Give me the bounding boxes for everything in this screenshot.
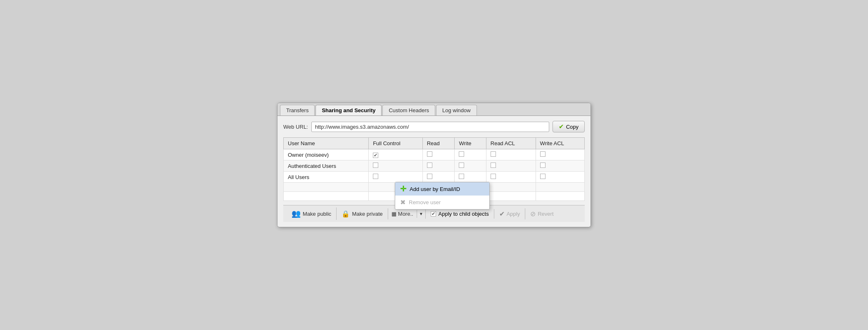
table-row[interactable]: All Users bbox=[284, 172, 585, 183]
more-dropdown-arrow[interactable]: ▼ bbox=[417, 210, 425, 218]
row-write[interactable] bbox=[455, 160, 486, 172]
url-row: Web URL: ✔ Copy bbox=[283, 121, 585, 132]
revert-label: Revert bbox=[538, 211, 553, 217]
col-header-full-control: Full Control bbox=[369, 138, 423, 149]
checkbox-write-acl[interactable] bbox=[540, 163, 545, 168]
apply-label: Apply bbox=[507, 211, 520, 217]
context-menu-add-user[interactable]: ✛ Add user by Email/ID bbox=[395, 182, 489, 196]
row-write[interactable] bbox=[455, 172, 486, 183]
table-row[interactable]: Owner (moiseev) ✔ bbox=[284, 149, 585, 160]
more-button-group: ▦ More.. ▼ bbox=[388, 209, 426, 219]
copy-button[interactable]: ✔ Copy bbox=[553, 121, 585, 132]
tab-content: Web URL: ✔ Copy User Name Full Control R… bbox=[277, 116, 591, 227]
context-menu: ✛ Add user by Email/ID ✖ Remove user bbox=[395, 182, 490, 210]
revert-button: ⊘ Revert bbox=[525, 208, 558, 219]
more-icon: ▦ bbox=[391, 211, 396, 217]
row-read-acl[interactable] bbox=[486, 160, 536, 172]
remove-user-icon: ✖ bbox=[400, 198, 406, 206]
more-main-button[interactable]: ▦ More.. bbox=[388, 209, 417, 219]
row-read[interactable] bbox=[422, 149, 455, 160]
row-read-acl[interactable] bbox=[486, 172, 536, 183]
context-menu-remove-user: ✖ Remove user bbox=[395, 196, 489, 209]
add-user-icon: ✛ bbox=[400, 185, 406, 193]
row-read[interactable] bbox=[422, 172, 455, 183]
row-write-acl[interactable] bbox=[536, 149, 584, 160]
row-username: All Users bbox=[284, 172, 369, 183]
apply-to-child-label: Apply to child objects bbox=[439, 211, 489, 217]
checkbox-write[interactable] bbox=[459, 151, 464, 157]
row-username: Authenticated Users bbox=[284, 160, 369, 172]
table-row[interactable]: Authenticated Users bbox=[284, 160, 585, 172]
col-header-username: User Name bbox=[284, 138, 369, 149]
row-read[interactable] bbox=[422, 160, 455, 172]
main-window: Transfers Sharing and Security Custom He… bbox=[277, 103, 591, 227]
checkbox-write-acl[interactable] bbox=[540, 151, 545, 157]
checkbox-read[interactable] bbox=[427, 174, 432, 179]
checkbox-read-acl[interactable] bbox=[491, 151, 496, 157]
col-header-write: Write bbox=[455, 138, 486, 149]
make-public-icon: 👥 bbox=[292, 209, 301, 218]
row-write[interactable] bbox=[455, 149, 486, 160]
apply-button: ✔ Apply bbox=[494, 208, 526, 219]
make-private-button[interactable]: 🔒 Make private bbox=[337, 208, 388, 219]
row-write-acl[interactable] bbox=[536, 160, 584, 172]
row-full-control[interactable] bbox=[369, 160, 423, 172]
checkbox-full-control[interactable] bbox=[373, 163, 378, 168]
row-read-acl[interactable] bbox=[486, 149, 536, 160]
lock-icon: 🔒 bbox=[342, 210, 350, 218]
col-header-read: Read bbox=[422, 138, 455, 149]
apply-icon: ✔ bbox=[499, 210, 505, 218]
col-header-write-acl: Write ACL bbox=[536, 138, 584, 149]
tab-transfers[interactable]: Transfers bbox=[280, 105, 315, 116]
remove-user-label: Remove user bbox=[409, 199, 441, 205]
checkbox-full-control[interactable] bbox=[373, 174, 378, 179]
checkbox-read[interactable] bbox=[427, 163, 432, 168]
tab-bar: Transfers Sharing and Security Custom He… bbox=[277, 103, 591, 116]
checkbox-read-acl[interactable] bbox=[491, 163, 496, 168]
row-full-control[interactable]: ✔ bbox=[369, 149, 423, 160]
make-public-label: Make public bbox=[303, 211, 331, 217]
url-label: Web URL: bbox=[283, 124, 308, 130]
checkbox-write-acl[interactable] bbox=[540, 174, 545, 179]
checkbox-write[interactable] bbox=[459, 163, 464, 168]
tab-custom-headers[interactable]: Custom Headers bbox=[382, 105, 435, 116]
make-private-label: Make private bbox=[352, 211, 382, 217]
checkbox-write[interactable] bbox=[459, 174, 464, 179]
make-public-button[interactable]: 👥 Make public bbox=[287, 207, 337, 220]
checkbox-read[interactable] bbox=[427, 151, 432, 157]
checkbox-read-acl[interactable] bbox=[491, 174, 496, 179]
row-full-control[interactable] bbox=[369, 172, 423, 183]
row-write-acl[interactable] bbox=[536, 172, 584, 183]
revert-icon: ⊘ bbox=[530, 210, 536, 218]
url-input[interactable] bbox=[311, 122, 549, 132]
tab-log-window[interactable]: Log window bbox=[436, 105, 477, 116]
checkbox-full-control[interactable]: ✔ bbox=[373, 153, 378, 158]
tab-sharing-security[interactable]: Sharing and Security bbox=[315, 105, 382, 116]
row-username: Owner (moiseev) bbox=[284, 149, 369, 160]
add-user-label: Add user by Email/ID bbox=[410, 186, 460, 192]
apply-to-child-container: ✔ Apply to child objects bbox=[426, 209, 494, 219]
apply-to-child-checkbox[interactable]: ✔ bbox=[431, 211, 436, 217]
checkmark-icon: ✔ bbox=[559, 123, 564, 130]
more-label: More.. bbox=[398, 211, 413, 217]
copy-label: Copy bbox=[566, 124, 579, 130]
acl-table-wrapper: User Name Full Control Read Write Read A… bbox=[283, 137, 585, 201]
col-header-read-acl: Read ACL bbox=[486, 138, 536, 149]
